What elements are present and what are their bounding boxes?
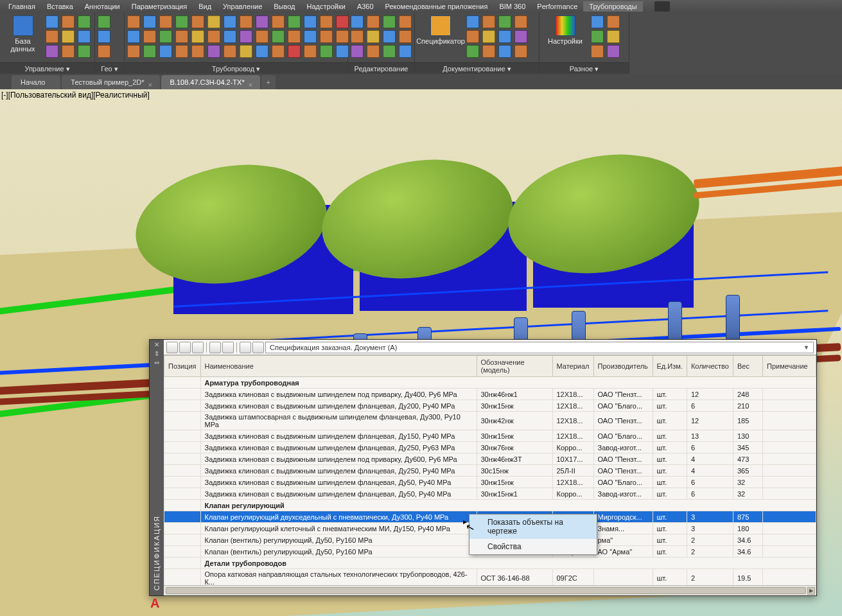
ribbon-spec-button[interactable]: Спецификатор bbox=[417, 15, 464, 45]
menu-item[interactable]: Вид bbox=[193, 1, 217, 12]
spec-toolbar: Спецификация заказная. Документ (А)▼ bbox=[164, 340, 816, 355]
horizontal-scrollbar[interactable]: ▶ bbox=[164, 585, 816, 595]
column-header[interactable]: Материал bbox=[552, 356, 593, 377]
column-header[interactable]: Производитель bbox=[593, 356, 653, 377]
menu-item[interactable]: Трубопроводы bbox=[583, 1, 642, 12]
column-header[interactable]: Примечание bbox=[762, 356, 816, 377]
table-group-row[interactable]: Арматура трубопроводная bbox=[164, 377, 816, 389]
table-group-row[interactable]: Клапан регулирующий bbox=[164, 500, 816, 511]
tb-export-icon[interactable] bbox=[240, 342, 251, 353]
spec-panel: ✕ ⇕ ⇔ СПЕЦИФИКАЦИЯ Спецификация заказная… bbox=[149, 339, 817, 596]
spec-side-label: СПЕЦИФИКАЦИЯ bbox=[153, 515, 161, 590]
tb-columns-icon[interactable] bbox=[192, 342, 204, 353]
close-icon[interactable]: × bbox=[148, 78, 156, 85]
camera-icon[interactable] bbox=[654, 1, 670, 12]
spec-title-dropdown[interactable]: Спецификация заказная. Документ (А)▼ bbox=[265, 342, 814, 353]
table-row[interactable]: Задвижка штампосварная с выдвижным шпинд… bbox=[164, 412, 816, 430]
column-header[interactable]: Количество bbox=[687, 356, 733, 377]
tb-sort-icon[interactable] bbox=[166, 342, 178, 353]
arrow-leftright-icon[interactable]: ⇔ bbox=[153, 359, 161, 367]
menu-item[interactable]: BIM 360 bbox=[493, 1, 531, 12]
menu-item[interactable]: Главная bbox=[3, 1, 41, 12]
menu-item[interactable]: Аннотации bbox=[79, 1, 126, 12]
table-row[interactable]: Задвижка клиновая с выдвижным шпинделем … bbox=[164, 477, 816, 488]
table-row[interactable]: Задвижка клиновая с выдвижным шпинделем … bbox=[164, 389, 816, 400]
menu-item[interactable]: Вывод bbox=[268, 1, 301, 12]
close-icon[interactable]: × bbox=[249, 78, 256, 85]
close-icon[interactable]: ✕ bbox=[153, 341, 161, 349]
column-header[interactable]: Позиция bbox=[164, 356, 201, 377]
table-row[interactable]: Задвижка клиновая с выдвижным шпинделем … bbox=[164, 442, 816, 453]
table-row[interactable]: Задвижка клиновая с выдвижным шпинделем … bbox=[164, 488, 816, 500]
document-tab[interactable]: B.108.47.С3Н-04.2-TX*× bbox=[161, 75, 260, 89]
table-group-row[interactable]: Детали трубопроводов bbox=[164, 558, 816, 569]
menu-item[interactable]: Надстройки bbox=[301, 1, 351, 12]
ribbon-database-button[interactable]: База данных bbox=[3, 15, 43, 53]
column-header[interactable]: Наименование bbox=[200, 356, 477, 377]
ribbon-settings-button[interactable]: Настройки bbox=[542, 15, 588, 45]
new-tab-button[interactable]: + bbox=[261, 75, 276, 89]
document-tab[interactable]: Тестовый пример_2D*× bbox=[62, 75, 159, 89]
table-row[interactable]: Опора катковая направляющая стальных тех… bbox=[164, 569, 816, 586]
panel-title: Управление ▾ bbox=[0, 62, 94, 74]
arrow-updown-icon[interactable]: ⇕ bbox=[153, 350, 161, 358]
menu-item[interactable]: Управление bbox=[217, 1, 268, 12]
context-menu-item[interactable]: Свойства bbox=[469, 539, 597, 554]
context-menu-item[interactable]: Показать объекты на чертеже bbox=[469, 515, 597, 539]
ribbon-small-button[interactable] bbox=[46, 15, 58, 28]
ribbon: База данных Управление ▾ Гео ▾ Трубопров… bbox=[0, 13, 842, 74]
menubar: ГлавнаяВставкаАннотацииПараметризацияВид… bbox=[0, 0, 842, 13]
menu-item[interactable]: A360 bbox=[351, 1, 380, 12]
table-row[interactable]: Задвижка клиновая с выдвижным шпинделем … bbox=[164, 453, 816, 465]
table-row[interactable]: Задвижка клиновая с выдвижным шпинделем … bbox=[164, 430, 816, 442]
table-row[interactable]: Задвижка клиновая с выдвижным шпинделем … bbox=[164, 465, 816, 477]
menu-item[interactable]: Вставка bbox=[41, 1, 79, 12]
document-tab[interactable]: Начало bbox=[12, 75, 60, 89]
tb-refresh-icon[interactable] bbox=[209, 342, 221, 353]
autocad-logo-icon: A bbox=[150, 596, 159, 611]
document-tabs: НачалоТестовый пример_2D*×B.108.47.С3Н-0… bbox=[0, 74, 842, 89]
table-row[interactable]: Задвижка клиновая с выдвижным шпинделем … bbox=[164, 400, 816, 412]
column-header[interactable]: Вес bbox=[733, 356, 762, 377]
column-header[interactable]: Обозначение (модель) bbox=[477, 356, 552, 377]
menu-item[interactable]: Performance bbox=[531, 1, 583, 12]
tb-tree-icon[interactable] bbox=[252, 342, 264, 353]
tb-link-icon[interactable] bbox=[222, 342, 234, 353]
spec-sidebar: ✕ ⇕ ⇔ СПЕЦИФИКАЦИЯ bbox=[150, 340, 164, 595]
context-menu: Показать объекты на чертежеСвойства bbox=[469, 514, 597, 555]
column-header[interactable]: Ед.Изм. bbox=[653, 356, 687, 377]
menu-item[interactable]: Рекомендованные приложения bbox=[380, 1, 494, 12]
menu-item[interactable]: Параметризация bbox=[126, 1, 193, 12]
tb-grid-icon[interactable] bbox=[179, 342, 191, 353]
